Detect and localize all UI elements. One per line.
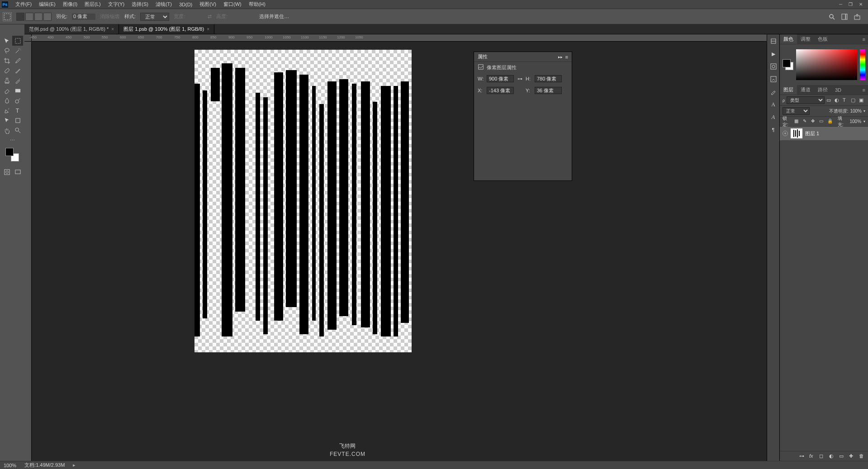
menu-image[interactable]: 图像(I): [59, 0, 81, 9]
blend-mode-select[interactable]: 正常: [783, 107, 810, 115]
menu-edit[interactable]: 编辑(E): [35, 0, 59, 9]
menu-filter[interactable]: 滤镜(T): [152, 0, 175, 9]
feather-input[interactable]: [72, 14, 95, 20]
menu-3d[interactable]: 3D(D): [175, 0, 196, 9]
tab-color[interactable]: 颜色: [780, 34, 797, 44]
share-icon[interactable]: [854, 13, 861, 20]
visibility-toggle-icon[interactable]: [783, 131, 788, 136]
filter-shape-icon[interactable]: ▢: [851, 97, 857, 104]
window-maximize-icon[interactable]: ❐: [849, 2, 853, 7]
hand-tool[interactable]: [1, 125, 12, 135]
window-close-icon[interactable]: ✕: [859, 2, 863, 7]
dodge-tool[interactable]: [12, 95, 23, 105]
eyedropper-tool[interactable]: [12, 56, 23, 66]
dock-brush-icon[interactable]: [769, 88, 778, 96]
path-select-tool[interactable]: [1, 115, 12, 125]
menu-view[interactable]: 视图(V): [196, 0, 220, 9]
dock-type-a2-icon[interactable]: A: [769, 113, 778, 121]
dock-type-a-icon[interactable]: A: [769, 100, 778, 109]
panel-menu-icon[interactable]: ≡: [565, 54, 568, 60]
ruler-vertical[interactable]: [24, 42, 32, 461]
link-icon[interactable]: ⊶: [517, 76, 523, 82]
sel-mode-intersect[interactable]: [43, 13, 52, 21]
color-swatches[interactable]: [5, 148, 19, 161]
marquee-tool[interactable]: [12, 36, 23, 46]
filter-type-icon[interactable]: T: [843, 97, 849, 104]
tab-3d[interactable]: 3D: [831, 85, 845, 95]
add-mask-icon[interactable]: ◻: [819, 453, 825, 460]
layer-thumbnail[interactable]: [791, 128, 802, 138]
menu-type[interactable]: 文字(Y): [104, 0, 128, 9]
collapse-icon[interactable]: ▸▸: [558, 55, 563, 59]
zoom-tool[interactable]: [12, 125, 23, 135]
prop-w-input[interactable]: [487, 75, 514, 82]
workspace-icon[interactable]: [841, 13, 848, 20]
menu-layer[interactable]: 图层(L): [81, 0, 104, 9]
eraser-tool[interactable]: [1, 85, 12, 95]
lock-all-icon[interactable]: 🔒: [827, 118, 833, 125]
close-tab-icon[interactable]: ×: [111, 27, 114, 32]
doc-tab-1[interactable]: 范例.psd @ 100% (图层 1, RGB/8) * ×: [24, 24, 119, 34]
sel-mode-add[interactable]: [25, 13, 33, 21]
panel-menu-icon[interactable]: ≡: [860, 34, 868, 44]
status-chevron-icon[interactable]: ▸: [73, 462, 76, 468]
lock-paint-icon[interactable]: ✎: [803, 118, 809, 125]
new-adjustment-icon[interactable]: ◐: [829, 453, 835, 460]
lasso-tool[interactable]: [1, 46, 12, 56]
delete-layer-icon[interactable]: 🗑: [859, 453, 865, 460]
quickmask-icon[interactable]: [1, 167, 12, 177]
dock-paragraph-icon[interactable]: ¶: [769, 126, 778, 134]
fill-value[interactable]: 100%: [849, 119, 861, 124]
edit-toolbar-icon[interactable]: ⋯: [7, 135, 18, 145]
lock-transparency-icon[interactable]: ▦: [794, 118, 800, 125]
tab-channels[interactable]: 通道: [797, 85, 814, 95]
select-and-mask-button[interactable]: 选择并遮住…: [259, 13, 289, 20]
filter-pixel-icon[interactable]: ▭: [826, 97, 833, 104]
wand-tool[interactable]: [12, 46, 23, 56]
tab-adjust[interactable]: 调整: [797, 34, 814, 44]
sel-mode-new[interactable]: [16, 13, 24, 21]
filter-smart-icon[interactable]: ▣: [859, 97, 865, 104]
lock-position-icon[interactable]: ✥: [811, 118, 817, 125]
zoom-level[interactable]: 100%: [4, 463, 16, 468]
layer-fx-icon[interactable]: fx: [809, 453, 816, 460]
canvas-area[interactable]: -450400450500550600650700750800850900950…: [24, 34, 767, 461]
panel-menu-icon[interactable]: ≡: [860, 85, 868, 95]
menu-file[interactable]: 文件(F): [12, 0, 35, 9]
color-picker-field[interactable]: [796, 49, 857, 80]
close-tab-icon[interactable]: ×: [207, 27, 209, 32]
prop-y-input[interactable]: [535, 87, 562, 94]
dock-history-icon[interactable]: [769, 37, 778, 45]
style-select[interactable]: 正常: [140, 13, 169, 21]
dock-actions-icon[interactable]: ▶: [769, 50, 778, 58]
opacity-value[interactable]: 100%: [850, 109, 862, 114]
menu-help[interactable]: 帮助(H): [245, 0, 269, 9]
prop-x-input[interactable]: [487, 87, 514, 94]
current-color-swatch[interactable]: [783, 59, 793, 70]
menu-window[interactable]: 窗口(W): [220, 0, 245, 9]
tab-swatches[interactable]: 色板: [814, 34, 831, 44]
new-group-icon[interactable]: ▭: [839, 453, 845, 460]
dock-adjustments-icon[interactable]: [769, 75, 778, 83]
search-icon[interactable]: [828, 13, 835, 20]
layer-item-1[interactable]: 图层 1: [780, 127, 868, 140]
tab-layers[interactable]: 图层: [780, 85, 797, 95]
ruler-horizontal[interactable]: -450400450500550600650700750800850900950…: [32, 34, 767, 42]
lock-artboard-icon[interactable]: ▭: [819, 118, 825, 125]
link-layers-icon[interactable]: ⊶: [799, 453, 806, 460]
healing-tool[interactable]: [1, 66, 12, 76]
document-size[interactable]: 文档:1.49M/2.93M: [24, 462, 65, 469]
blur-tool[interactable]: [1, 95, 12, 105]
sel-mode-sub[interactable]: [34, 13, 43, 21]
hue-slider[interactable]: [860, 49, 865, 80]
menu-select[interactable]: 选择(S): [128, 0, 152, 9]
filter-adjust-icon[interactable]: ◐: [835, 97, 841, 104]
shape-tool[interactable]: [12, 115, 23, 125]
screenmode-icon[interactable]: [12, 167, 23, 177]
stamp-tool[interactable]: [1, 76, 12, 85]
pen-tool[interactable]: [1, 105, 12, 115]
new-layer-icon[interactable]: ✚: [849, 453, 855, 460]
brush-tool[interactable]: [12, 66, 23, 76]
tab-paths[interactable]: 路径: [814, 85, 831, 95]
artboard[interactable]: [194, 50, 412, 352]
